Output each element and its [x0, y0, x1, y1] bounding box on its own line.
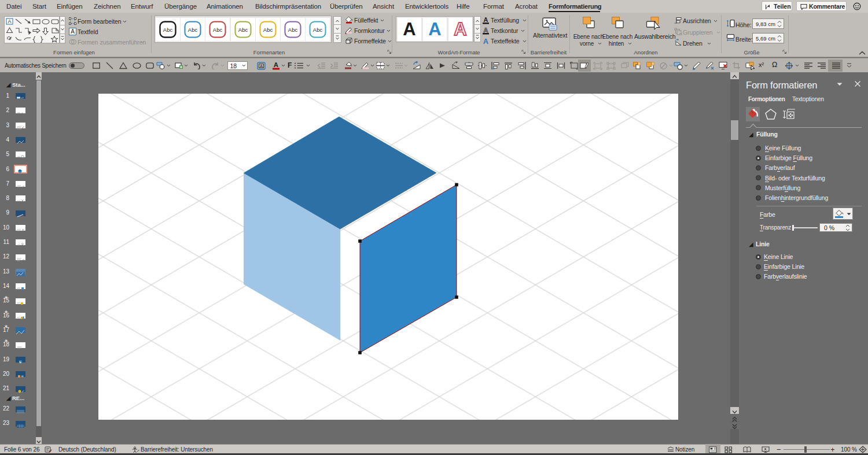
svg-text:Abc: Abc — [288, 26, 298, 32]
svg-text:A: A — [260, 64, 263, 68]
svg-text:Abc: Abc — [263, 26, 273, 32]
svg-text:A: A — [484, 16, 488, 23]
svg-text:A: A — [483, 37, 489, 45]
svg-text:A: A — [274, 61, 278, 68]
svg-text:Abc: Abc — [188, 26, 198, 32]
svg-text:Abc: Abc — [313, 26, 323, 32]
svg-text:Abc: Abc — [163, 26, 173, 32]
svg-text:A: A — [8, 19, 11, 24]
svg-text:A: A — [71, 28, 75, 35]
svg-text:Abc: Abc — [213, 26, 223, 32]
svg-text:Abc: Abc — [238, 26, 248, 32]
svg-text:A: A — [484, 27, 488, 34]
